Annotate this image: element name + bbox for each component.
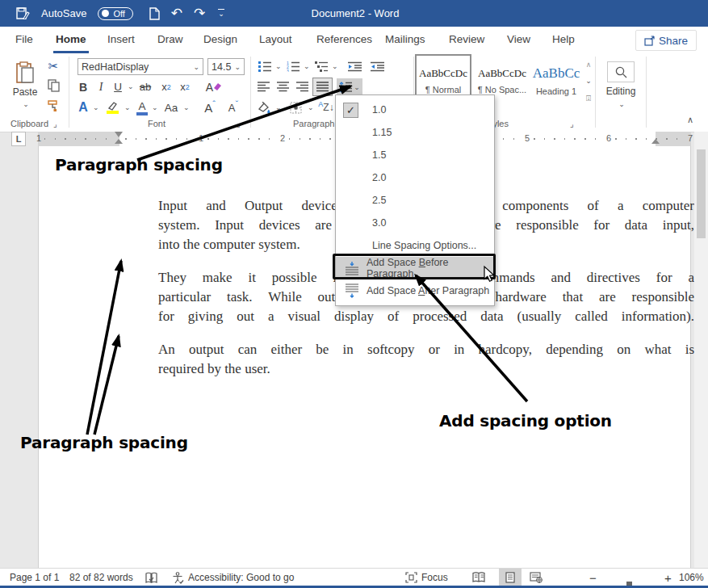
subscript-button[interactable]: x2 <box>158 78 174 95</box>
customize-qat-icon[interactable]: ⌄ <box>218 9 224 18</box>
cut-button[interactable]: ✂ <box>44 58 62 74</box>
share-button[interactable]: Share <box>635 30 697 51</box>
underline-options-chevron[interactable]: ⌄ <box>128 82 134 90</box>
styles-scroll-up[interactable]: ∧ <box>583 57 594 73</box>
font-size-combobox[interactable]: 14.5 ⌄ <box>207 58 245 75</box>
zoom-percentage[interactable]: 106% <box>679 569 704 586</box>
tab-layout[interactable]: Layout <box>257 27 295 51</box>
style-name: ¶ No Spac... <box>478 85 526 94</box>
borders-chevron[interactable]: ⌄ <box>308 103 314 111</box>
eraser-icon <box>213 82 222 91</box>
collapse-ribbon-button[interactable]: ∧ <box>682 113 698 126</box>
clipboard-dialog-launcher[interactable]: ⌟ <box>53 120 57 128</box>
accessibility-status[interactable]: Accessibility: Good to go <box>172 569 294 586</box>
line-spacing-button[interactable]: ⌄ <box>337 78 362 95</box>
numbering-button[interactable]: 123 <box>284 58 302 74</box>
vertical-scrollbar[interactable] <box>694 132 708 568</box>
font-name-combobox[interactable]: RedHatDisplay ⌄ <box>78 58 203 75</box>
menu-item-add-space-after[interactable]: Add Space After Paragraph <box>336 279 494 302</box>
change-case-chevron[interactable]: ⌄ <box>183 103 190 111</box>
text-effects-chevron[interactable]: ⌄ <box>93 103 99 111</box>
superscript-2: 2 <box>186 83 190 91</box>
decrease-indent-button[interactable] <box>346 58 363 74</box>
style-preview: AaBbCc <box>533 65 580 82</box>
bullets-button[interactable] <box>256 58 274 74</box>
shrink-font-button[interactable]: Aˇ <box>224 99 243 116</box>
format-painter-button[interactable] <box>44 97 62 113</box>
sort-button[interactable]: A Z↓ <box>316 99 336 116</box>
strikethrough-button[interactable]: ab <box>136 78 155 95</box>
autosave-toggle[interactable]: Off <box>98 7 132 20</box>
menu-item-2-5[interactable]: 2.5 <box>336 189 494 212</box>
print-layout-button[interactable] <box>499 569 522 586</box>
paste-button[interactable]: Paste ⌄ <box>8 57 42 113</box>
tab-mailings[interactable]: Mailings <box>383 27 428 51</box>
tab-references[interactable]: References <box>314 27 375 51</box>
tab-review[interactable]: Review <box>446 27 487 51</box>
tab-view[interactable]: View <box>505 27 533 51</box>
scrollbar-thumb[interactable] <box>697 149 706 238</box>
bold-button[interactable]: B <box>75 78 91 95</box>
multilevel-chevron[interactable]: ⌄ <box>332 62 338 70</box>
zoom-out-button[interactable]: − <box>589 569 597 586</box>
bullets-chevron[interactable]: ⌄ <box>275 62 282 70</box>
increase-indent-button[interactable] <box>368 58 386 74</box>
tab-draw[interactable]: Draw <box>155 27 186 51</box>
superscript-button[interactable]: x2 <box>177 78 193 95</box>
borders-button[interactable] <box>286 99 305 116</box>
ribbon-tabs: File Home Insert Draw Design Layout Refe… <box>0 27 708 53</box>
undo-button[interactable]: ↶ <box>171 6 182 20</box>
styles-dialog-launcher[interactable]: ⌟ <box>570 120 574 128</box>
paste-label: Paste <box>13 86 38 98</box>
menu-item-3-0[interactable]: 3.0 <box>336 212 494 234</box>
italic-button[interactable]: I <box>94 78 108 95</box>
highlight-color-button[interactable] <box>103 99 121 116</box>
redo-button[interactable]: ↷ <box>194 6 205 20</box>
multilevel-list-button[interactable] <box>312 58 330 74</box>
menu-item-1-15[interactable]: 1.15 <box>336 121 494 144</box>
tab-home[interactable]: Home <box>53 27 89 53</box>
first-line-indent-marker[interactable] <box>115 132 123 137</box>
text-effects-button[interactable]: A <box>75 99 91 116</box>
align-right-button[interactable] <box>294 78 311 95</box>
align-center-button[interactable] <box>274 78 291 95</box>
tab-selector[interactable]: L <box>11 132 26 146</box>
highlight-chevron[interactable]: ⌄ <box>124 103 131 111</box>
menu-item-2-0[interactable]: 2.0 <box>336 166 494 189</box>
grow-font-button[interactable]: Aˆ <box>200 99 220 116</box>
styles-more-button[interactable]: ⍗ <box>583 90 594 107</box>
align-left-button[interactable] <box>255 78 272 95</box>
web-layout-button[interactable] <box>530 569 543 586</box>
word-count[interactable]: 82 of 82 words <box>69 569 133 586</box>
font-color-button[interactable]: A <box>135 99 149 116</box>
menu-item-1-0[interactable]: ✓ 1.0 <box>336 99 494 121</box>
style-heading1[interactable]: AaBbCc Heading 1 <box>530 56 583 106</box>
tab-design[interactable]: Design <box>201 27 240 51</box>
copy-button[interactable] <box>44 78 62 94</box>
shading-button[interactable] <box>253 99 273 116</box>
tab-insert[interactable]: Insert <box>105 27 137 51</box>
font-color-chevron[interactable]: ⌄ <box>152 103 158 111</box>
zoom-in-button[interactable]: + <box>664 569 672 586</box>
styles-scroll-down[interactable]: ⌄ <box>583 73 594 89</box>
change-case-button[interactable]: Aa <box>161 99 181 116</box>
tab-file[interactable]: File <box>13 27 36 51</box>
focus-button[interactable]: Focus <box>405 569 448 586</box>
read-mode-button[interactable] <box>472 569 486 586</box>
underline-button[interactable]: U <box>111 78 125 95</box>
page-indicator[interactable]: Page 1 of 1 <box>10 569 59 586</box>
clear-formatting-button[interactable]: A <box>203 78 224 95</box>
shading-chevron[interactable]: ⌄ <box>275 103 282 111</box>
save-icon[interactable] <box>16 7 30 19</box>
editing-button[interactable]: Editing ⌄ <box>601 60 640 110</box>
proofing-icon[interactable] <box>145 569 157 586</box>
right-indent-marker[interactable] <box>651 139 660 144</box>
font-dialog-launcher[interactable]: ⌟ <box>237 120 241 128</box>
numbering-chevron[interactable]: ⌄ <box>304 62 310 70</box>
menu-item-1-5[interactable]: 1.5 <box>336 144 494 166</box>
grow-a: A <box>204 101 212 115</box>
new-document-icon[interactable] <box>149 7 160 20</box>
justify-button[interactable] <box>313 78 332 95</box>
hanging-indent-marker[interactable] <box>115 139 123 144</box>
tab-help[interactable]: Help <box>550 27 577 51</box>
